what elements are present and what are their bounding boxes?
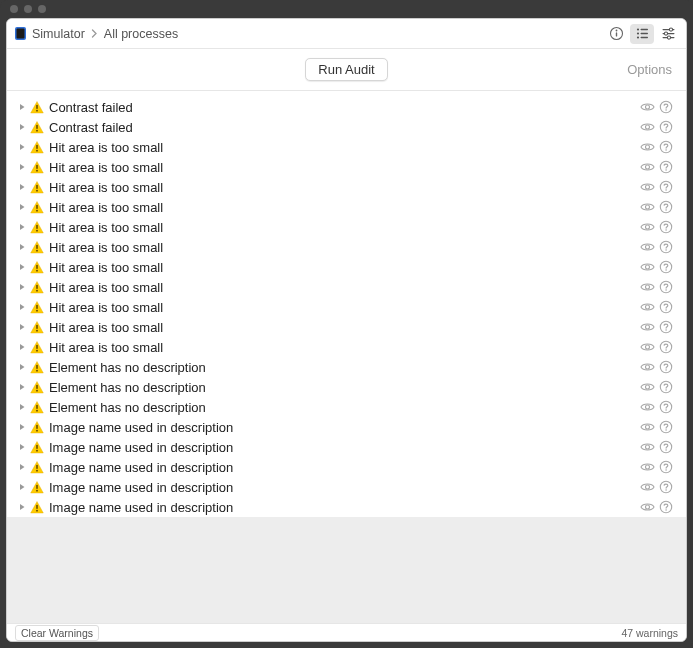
zoom-window-button[interactable] bbox=[38, 5, 46, 13]
disclosure-triangle-icon[interactable] bbox=[17, 143, 27, 151]
svg-rect-47 bbox=[36, 224, 38, 228]
issue-row[interactable]: Hit area is too small bbox=[7, 337, 686, 357]
issue-help-button[interactable] bbox=[658, 179, 674, 195]
issue-help-button[interactable] bbox=[658, 139, 674, 155]
issue-row[interactable]: Hit area is too small bbox=[7, 297, 686, 317]
disclosure-triangle-icon[interactable] bbox=[17, 243, 27, 251]
disclosure-triangle-icon[interactable] bbox=[17, 323, 27, 331]
run-audit-button[interactable]: Run Audit bbox=[305, 58, 387, 81]
disclosure-triangle-icon[interactable] bbox=[17, 163, 27, 171]
disclosure-triangle-icon[interactable] bbox=[17, 503, 27, 511]
reveal-element-button[interactable] bbox=[639, 139, 655, 155]
disclosure-triangle-icon[interactable] bbox=[17, 443, 27, 451]
issue-row[interactable]: Element has no description bbox=[7, 357, 686, 377]
reveal-element-button[interactable] bbox=[639, 419, 655, 435]
issue-row[interactable]: Hit area is too small bbox=[7, 217, 686, 237]
issue-help-button[interactable] bbox=[658, 399, 674, 415]
disclosure-triangle-icon[interactable] bbox=[17, 103, 27, 111]
issue-help-button[interactable] bbox=[658, 119, 674, 135]
issue-row[interactable]: Hit area is too small bbox=[7, 137, 686, 157]
issue-row[interactable]: Image name used in description bbox=[7, 437, 686, 457]
issue-help-button[interactable] bbox=[658, 459, 674, 475]
clear-warnings-button[interactable]: Clear Warnings bbox=[15, 625, 99, 641]
reveal-element-button[interactable] bbox=[639, 179, 655, 195]
reveal-element-button[interactable] bbox=[639, 159, 655, 175]
issue-help-button[interactable] bbox=[658, 279, 674, 295]
issue-help-button[interactable] bbox=[658, 319, 674, 335]
disclosure-triangle-icon[interactable] bbox=[17, 263, 27, 271]
reveal-element-button[interactable] bbox=[639, 119, 655, 135]
reveal-element-button[interactable] bbox=[639, 99, 655, 115]
reveal-element-button[interactable] bbox=[639, 479, 655, 495]
info-button[interactable] bbox=[604, 24, 628, 44]
issue-row[interactable]: Hit area is too small bbox=[7, 317, 686, 337]
reveal-element-button[interactable] bbox=[639, 199, 655, 215]
disclosure-triangle-icon[interactable] bbox=[17, 223, 27, 231]
issue-help-button[interactable] bbox=[658, 259, 674, 275]
disclosure-triangle-icon[interactable] bbox=[17, 383, 27, 391]
breadcrumb-item-processes[interactable]: All processes bbox=[104, 27, 178, 41]
issue-row[interactable]: Hit area is too small bbox=[7, 237, 686, 257]
issue-row[interactable]: Element has no description bbox=[7, 377, 686, 397]
reveal-element-button[interactable] bbox=[639, 359, 655, 375]
reveal-element-button[interactable] bbox=[639, 279, 655, 295]
issue-help-button[interactable] bbox=[658, 479, 674, 495]
issue-help-button[interactable] bbox=[658, 379, 674, 395]
disclosure-triangle-icon[interactable] bbox=[17, 423, 27, 431]
issue-help-button[interactable] bbox=[658, 239, 674, 255]
issue-help-button[interactable] bbox=[658, 199, 674, 215]
audit-view-button[interactable] bbox=[630, 24, 654, 44]
disclosure-triangle-icon[interactable] bbox=[17, 403, 27, 411]
issue-row[interactable]: Contrast failed bbox=[7, 117, 686, 137]
reveal-element-button[interactable] bbox=[639, 259, 655, 275]
reveal-element-button[interactable] bbox=[639, 499, 655, 515]
issue-help-button[interactable] bbox=[658, 339, 674, 355]
issue-row[interactable]: Contrast failed bbox=[7, 97, 686, 117]
issue-help-button[interactable] bbox=[658, 159, 674, 175]
issue-row[interactable]: Image name used in description bbox=[7, 417, 686, 437]
issue-row[interactable]: Hit area is too small bbox=[7, 197, 686, 217]
issue-help-button[interactable] bbox=[658, 499, 674, 515]
disclosure-triangle-icon[interactable] bbox=[17, 123, 27, 131]
reveal-element-button[interactable] bbox=[639, 319, 655, 335]
disclosure-triangle-icon[interactable] bbox=[17, 363, 27, 371]
issue-help-button[interactable] bbox=[658, 359, 674, 375]
reveal-element-button[interactable] bbox=[639, 339, 655, 355]
svg-point-49 bbox=[645, 225, 649, 229]
issue-row[interactable]: Element has no description bbox=[7, 397, 686, 417]
reveal-element-button[interactable] bbox=[639, 379, 655, 395]
reveal-element-button[interactable] bbox=[639, 439, 655, 455]
filter-settings-button[interactable] bbox=[656, 24, 680, 44]
disclosure-triangle-icon[interactable] bbox=[17, 463, 27, 471]
breadcrumb-item-simulator[interactable]: Simulator bbox=[32, 27, 85, 41]
disclosure-triangle-icon[interactable] bbox=[17, 303, 27, 311]
issue-help-button[interactable] bbox=[658, 299, 674, 315]
warning-icon bbox=[29, 320, 44, 335]
svg-rect-42 bbox=[36, 204, 38, 208]
options-button[interactable]: Options bbox=[627, 62, 672, 77]
reveal-element-button[interactable] bbox=[639, 459, 655, 475]
issue-help-button[interactable] bbox=[658, 219, 674, 235]
reveal-element-button[interactable] bbox=[639, 399, 655, 415]
disclosure-triangle-icon[interactable] bbox=[17, 483, 27, 491]
issue-row[interactable]: Hit area is too small bbox=[7, 157, 686, 177]
issue-help-button[interactable] bbox=[658, 419, 674, 435]
issue-row[interactable]: Hit area is too small bbox=[7, 177, 686, 197]
disclosure-triangle-icon[interactable] bbox=[17, 343, 27, 351]
issue-help-button[interactable] bbox=[658, 439, 674, 455]
svg-point-76 bbox=[665, 329, 667, 331]
issue-row[interactable]: Image name used in description bbox=[7, 457, 686, 477]
reveal-element-button[interactable] bbox=[639, 299, 655, 315]
close-window-button[interactable] bbox=[10, 5, 18, 13]
issue-help-button[interactable] bbox=[658, 99, 674, 115]
reveal-element-button[interactable] bbox=[639, 219, 655, 235]
disclosure-triangle-icon[interactable] bbox=[17, 203, 27, 211]
issue-row[interactable]: Hit area is too small bbox=[7, 257, 686, 277]
disclosure-triangle-icon[interactable] bbox=[17, 283, 27, 291]
issue-row[interactable]: Hit area is too small bbox=[7, 277, 686, 297]
disclosure-triangle-icon[interactable] bbox=[17, 183, 27, 191]
issue-row[interactable]: Image name used in description bbox=[7, 477, 686, 497]
minimize-window-button[interactable] bbox=[24, 5, 32, 13]
reveal-element-button[interactable] bbox=[639, 239, 655, 255]
issue-row[interactable]: Image name used in description bbox=[7, 497, 686, 517]
